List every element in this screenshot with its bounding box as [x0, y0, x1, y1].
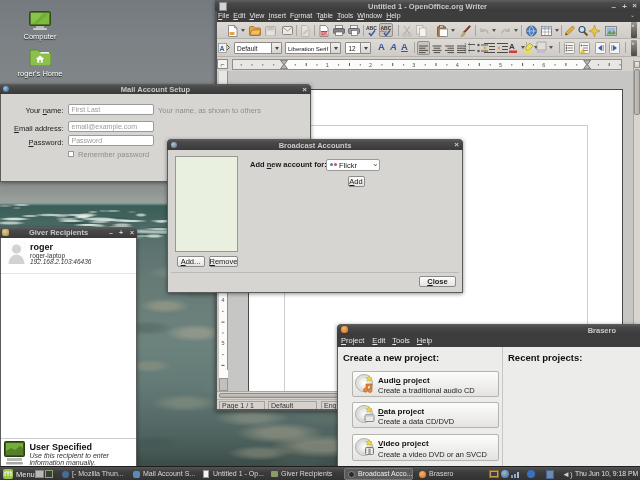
svg-text:5: 5 — [499, 62, 502, 68]
svg-text:1: 1 — [326, 62, 329, 68]
svg-text:ABC: ABC — [366, 25, 377, 31]
svg-text:ABC: ABC — [381, 25, 392, 31]
svg-text:5: 5 — [221, 340, 224, 346]
svg-text:4: 4 — [456, 62, 459, 68]
svg-text:PDF: PDF — [321, 31, 329, 35]
svg-text:A: A — [220, 45, 225, 52]
svg-text:1: 1 — [464, 43, 467, 48]
svg-text:6: 6 — [542, 62, 545, 68]
svg-text:A: A — [509, 42, 515, 51]
svg-text:4: 4 — [221, 297, 224, 303]
svg-text:3: 3 — [412, 62, 415, 68]
svg-text:2: 2 — [369, 62, 372, 68]
svg-text:2: 2 — [464, 49, 467, 54]
